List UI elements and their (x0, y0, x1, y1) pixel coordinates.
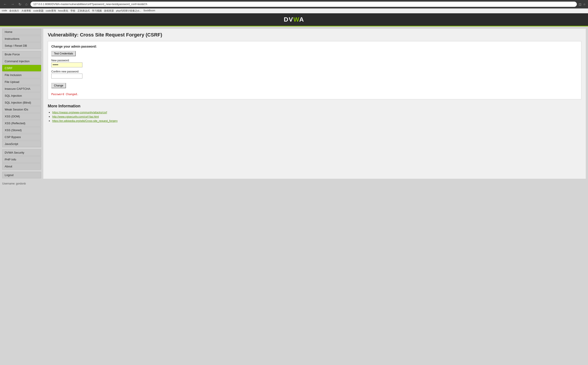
more-info-heading: More Information (48, 104, 581, 108)
csrf-form-box: Change your admin password: Test Credent… (48, 41, 581, 99)
sidebar-item-dvwa-security[interactable]: DVWA Security (2, 149, 41, 156)
extensions-icon: ◫ (579, 3, 581, 6)
link-owasp[interactable]: https://owasp.org/www-community/attacks/… (52, 111, 107, 114)
list-item: http://www.cgisecurity.com/csrf-faq.html (52, 115, 581, 118)
sidebar-item-php-info[interactable]: PHP Info (2, 156, 41, 163)
bookmark-code[interactable]: code (2, 9, 7, 13)
sidebar-item-instructions[interactable]: Instructions (2, 35, 41, 42)
footer: Username: gordonb (0, 181, 588, 186)
nav-refresh-btn[interactable]: ↻ (17, 2, 22, 7)
bookmark-sockboom[interactable]: SockBoom (144, 9, 155, 13)
footer-username: Username: gordonb (2, 182, 26, 185)
new-password-label: New password: (51, 59, 578, 62)
bookmark-cmd[interactable]: 命令执行 (9, 9, 19, 13)
form-heading: Change your admin password: (51, 45, 578, 48)
dvwa-logo: DVWA (0, 16, 588, 23)
more-info-section: More Information https://owasp.org/www-c… (48, 104, 581, 122)
list-item: https://owasp.org/www-community/attacks/… (52, 111, 581, 114)
sidebar-item-xss-reflected[interactable]: XSS (Reflected) (2, 120, 41, 126)
dvwa-logo-accent: W (293, 16, 299, 23)
bookmark-games[interactable]: 游戏资源 (104, 9, 114, 13)
address-bar[interactable]: 127.0.0.1:8080/DVWA-master/vulnerabiliti… (30, 1, 577, 7)
sidebar-item-weak-session-ids[interactable]: Weak Session IDs (2, 106, 41, 113)
sidebar-item-file-inclusion[interactable]: File Inclusion (2, 72, 41, 78)
confirm-password-input[interactable] (51, 74, 82, 78)
change-button[interactable]: Change (51, 83, 66, 88)
sidebar-item-logout[interactable]: Logout (2, 172, 41, 178)
sidebar-spacer-1 (2, 49, 41, 51)
browser-icon-group: ◫ ☆ (579, 3, 586, 6)
sidebar-item-xss-stored[interactable]: XSS (Stored) (2, 127, 41, 133)
nav-home-btn[interactable]: ⌂ (24, 2, 29, 7)
test-credentials-button[interactable]: Test Credentials (51, 51, 76, 56)
sidebar-item-csp-bypass[interactable]: CSP Bypass (2, 134, 41, 140)
url-text: 127.0.0.1:8080/DVWA-master/vulnerabiliti… (33, 3, 574, 6)
bookmark-icon[interactable]: ☆ (583, 3, 586, 6)
sidebar-item-sql-injection[interactable]: SQL Injection (2, 92, 41, 99)
bookmark-video[interactable]: 学习视频 (92, 9, 102, 13)
sidebar-item-xss-dom[interactable]: XSS (DOM) (2, 113, 41, 119)
nav-back-btn[interactable]: ← (2, 2, 8, 7)
page-title: Vulnerability: Cross Site Request Forger… (48, 32, 581, 38)
bookmark-code-query[interactable]: code查询 (46, 9, 56, 13)
list-item: https://en.wikipedia.org/wiki/Cross-site… (52, 119, 581, 122)
sidebar-spacer-3 (2, 170, 41, 172)
sidebar-item-insecure-captcha[interactable]: Insecure CAPTCHA (2, 86, 41, 92)
bookmark-school[interactable]: 学校 (70, 9, 75, 13)
new-password-row: New password: (51, 59, 578, 69)
browser-chrome: ← → ↻ ⌂ 127.0.0.1:8080/DVWA-master/vulne… (0, 0, 588, 8)
dvwa-header: DVWA (0, 13, 588, 27)
link-cgisecurity[interactable]: http://www.cgisecurity.com/csrf-faq.html (52, 115, 99, 118)
content-area: Vulnerability: Cross Site Request Forger… (43, 29, 586, 179)
new-password-input[interactable] (51, 63, 82, 67)
sidebar-item-command-injection[interactable]: Command Injection (2, 58, 41, 64)
bookmark-hexo[interactable]: hexo美化 (58, 9, 68, 13)
main-layout: Home Instructions Setup / Reset DB Brute… (0, 27, 588, 181)
confirm-password-label: Confirm new password: (51, 70, 578, 73)
sidebar-item-javascript[interactable]: JavaScript (2, 141, 41, 147)
confirm-password-row: Confirm new password: (51, 70, 578, 80)
link-wikipedia[interactable]: https://en.wikipedia.org/wiki/Cross-site… (52, 119, 117, 122)
bookmarks-bar: code 命令执行 大佬博客 code刷题 code查询 hexo美化 学校 正… (0, 8, 588, 13)
bookmark-code-practice[interactable]: code刷题 (33, 9, 44, 13)
sidebar-item-brute-force[interactable]: Brute Force (2, 51, 41, 57)
bookmark-regex[interactable]: 正则表达式 (77, 9, 90, 13)
sidebar-item-home[interactable]: Home (2, 29, 41, 35)
nav-forward-btn[interactable]: → (10, 2, 15, 7)
more-info-links: https://owasp.org/www-community/attacks/… (52, 111, 581, 122)
sidebar-item-setup[interactable]: Setup / Reset DB (2, 42, 41, 49)
sidebar-item-about[interactable]: About (2, 163, 41, 170)
sidebar: Home Instructions Setup / Reset DB Brute… (2, 29, 41, 179)
sidebar-item-file-upload[interactable]: File Upload (2, 79, 41, 85)
sidebar-spacer-2 (2, 147, 41, 149)
bookmark-blog[interactable]: 大佬博客 (21, 9, 31, 13)
bookmark-php[interactable]: php代码审计前奏之ct... (116, 9, 141, 13)
sidebar-item-csrf[interactable]: CSRF (2, 65, 41, 71)
success-message: Password Changed. (51, 93, 578, 96)
sidebar-item-sql-injection-blind[interactable]: SQL Injection (Blind) (2, 99, 41, 106)
